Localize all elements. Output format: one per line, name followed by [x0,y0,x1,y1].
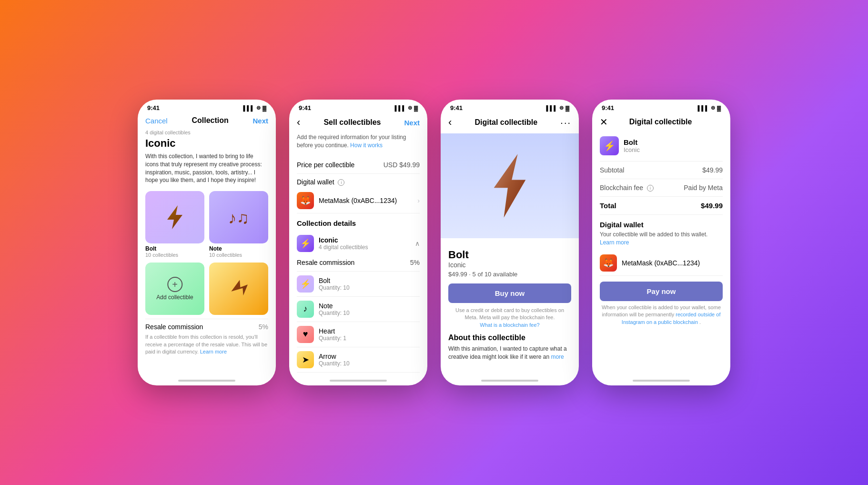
note-label: Note [209,245,268,252]
arrow-svg [227,277,251,301]
collection-title: Iconic [145,137,268,150]
status-bar-4: 9:41 ▌▌▌ ⊜ ▓ [592,100,730,114]
nav-bar-3: ‹ Digital collectible ··· [441,114,579,133]
fee-info-icon: i [647,185,654,192]
pay-item-name: Bolt [624,138,640,146]
dw-desc: Your collectible will be added to this w… [600,231,723,247]
coll-name: Iconic [319,236,368,244]
pay-now-button[interactable]: Pay now [600,282,723,301]
nav-title-4: Digital collectible [629,118,692,126]
collection-expand[interactable]: ⚡ Iconic 4 digital collectibles ∧ [297,231,420,254]
pay-header-item: ⚡ Bolt Iconic [600,132,723,162]
arrow-item-name: Arrow [319,353,350,360]
item-heart[interactable]: ♥ Heart Quantity: 1 [297,322,420,347]
battery-icon-3: ▓ [565,105,569,111]
blockchain-fee-link[interactable]: What is a blockchain fee? [480,322,539,328]
resale-pct-1: 5% [259,323,268,331]
item-arrow[interactable]: ➤ Arrow Quantity: 10 [297,347,420,373]
more-dots-icon[interactable]: ··· [560,117,571,128]
price-label: Price per collectible [297,161,354,169]
bolt-hero-svg [486,150,534,222]
how-it-works-link[interactable]: How it works [350,142,383,149]
add-collectible-overlay[interactable]: + Add collectible [156,277,193,301]
wifi-icon-4: ⊜ [711,105,715,111]
arrow-card[interactable] [209,263,268,315]
resale-row-2: Resale commission 5% [297,254,420,272]
status-time-2: 9:41 [299,104,311,111]
heart-card[interactable]: + Add collectible [145,263,204,315]
pay-item-info: Bolt Iconic [624,138,640,153]
coll-count: 4 digital collectibles [319,244,368,251]
item-note[interactable]: ♪ Note Quantity: 10 [297,297,420,322]
wifi-icon: ⊜ [256,105,261,111]
more-link[interactable]: more [551,354,564,360]
bolt-count: 10 collectibles [145,252,204,258]
phone-1-content: 4 digital collectibles Iconic With this … [138,130,276,377]
next-button-1[interactable]: Next [252,117,268,125]
wallet-name-4: MetaMask (0xABC...1234) [622,259,723,267]
status-icons-3: ▌▌▌ ⊜ ▓ [546,105,569,111]
metamask-icon-4: 🦊 [600,254,617,272]
info-icon: i [338,179,344,186]
buy-note: Use a credit or debit card to buy collec… [448,307,571,329]
item-bolt[interactable]: ⚡ Bolt Quantity: 10 [297,272,420,297]
collectible-note[interactable]: ♪♫ Note 10 collectibles [209,191,268,258]
heart-item-icon: ♥ [297,326,314,343]
fee-label: Blockchain fee i [600,184,654,192]
bolt-item-qty: Quantity: 10 [319,284,350,291]
status-time-1: 9:41 [147,104,160,111]
arrow-icon-1 [209,263,268,315]
chevron-right-icon: › [417,197,420,204]
wallet-row-2[interactable]: 🦊 MetaMask (0xABC...1234) › [297,188,420,213]
phone-2-content: Add the required information for your li… [289,133,427,377]
collectible-bolt[interactable]: Bolt 10 collectibles [145,191,204,258]
nav-title-1: Collection [192,116,228,125]
resale-desc-1: If a collectible from this collection is… [145,333,268,355]
wallet-name-2: MetaMask (0xABC...1234) [319,197,413,204]
chevron-up-icon: ∧ [415,240,420,247]
wallet-label: Digital wallet i [297,178,344,186]
signal-icon-2: ▌▌▌ [395,105,406,111]
status-time-4: 9:41 [602,104,614,111]
back-button-3[interactable]: ‹ [448,116,452,129]
heart-item-name: Heart [319,327,346,335]
digital-collection: Iconic [448,261,571,269]
close-button-4[interactable]: ✕ [600,116,608,128]
home-indicator-2 [330,380,387,382]
phone-4-content: ⚡ Bolt Iconic Subtotal $49.99 Blockchain… [592,132,730,377]
pay-item-coll: Iconic [624,146,640,153]
about-text: With this animation, I wanted to capture… [448,345,571,361]
pay-note: When your collectible is added to your w… [600,304,723,326]
nav-title-3: Digital collectible [475,118,538,127]
subtotal-row: Subtotal $49.99 [600,162,723,179]
subtotal-label: Subtotal [600,166,624,174]
collection-expand-left: ⚡ Iconic 4 digital collectibles [297,235,368,252]
back-button-2[interactable]: ‹ [297,116,300,129]
resale-pct-2: 5% [410,259,420,266]
collection-section-title: Collection details [297,219,420,227]
bolt-item-name: Bolt [319,277,350,284]
nav-title-2: Sell collectibles [323,118,381,127]
arrow-item-icon: ➤ [297,351,314,368]
sell-desc: Add the required information for your li… [297,133,420,150]
phone-1-collection: 9:41 ▌▌▌ ⊜ ▓ Cancel Collection Next 4 di… [138,100,276,385]
note-item-name: Note [319,302,350,310]
battery-icon-4: ▓ [717,105,721,111]
heart-item-info: Heart Quantity: 1 [319,327,346,342]
buy-now-button[interactable]: Buy now [448,283,571,303]
pay-wallet-row[interactable]: 🦊 MetaMask (0xABC...1234) [600,251,723,276]
subtotal-value: $49.99 [702,166,723,174]
learn-more-link-4[interactable]: Learn more [600,239,629,246]
cancel-button[interactable]: Cancel [145,117,168,125]
arrow-item-info: Arrow Quantity: 10 [319,353,350,367]
total-row: Total $49.99 [600,197,723,215]
digital-name: Bolt [448,249,571,261]
status-bar-2: 9:41 ▌▌▌ ⊜ ▓ [289,100,427,114]
wifi-icon-3: ⊜ [559,105,564,111]
resale-label-2: Resale commission [297,259,354,266]
learn-more-link-1[interactable]: Learn more [200,349,227,354]
home-indicator-1 [178,380,235,382]
next-button-2[interactable]: Next [404,119,420,127]
nav-bar-1: Cancel Collection Next [138,114,276,130]
bolt-item-info: Bolt Quantity: 10 [319,277,350,291]
